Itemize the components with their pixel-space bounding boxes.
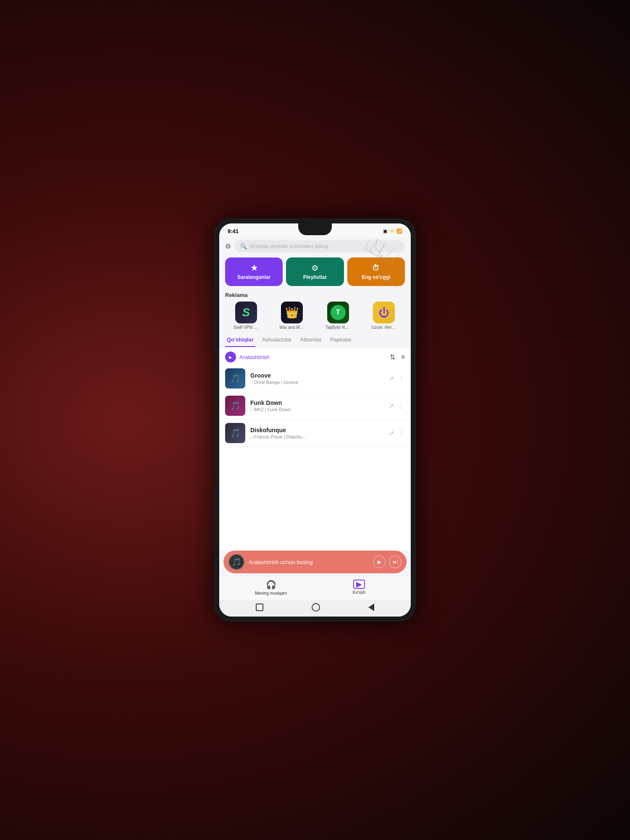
more-icon-groove[interactable]: ⋮ bbox=[398, 375, 405, 383]
star-icon: ★ bbox=[251, 263, 257, 273]
search-placeholder: Qo'shiqlar, pleylistlar va ijrochilarni … bbox=[249, 244, 328, 249]
video-icon: ▶ bbox=[353, 580, 365, 589]
file-icon-2: □ bbox=[250, 407, 253, 412]
song-info-funk: Funk Down □ MK2 | Funk Down bbox=[250, 399, 383, 412]
nav-label-mening: Mening musiqam bbox=[255, 591, 287, 596]
sort-icons: ⇅ ≡ bbox=[390, 353, 405, 361]
category-engsonggi-label: Eng so'nggi bbox=[362, 274, 390, 280]
now-playing-avatar: 🎵 bbox=[228, 554, 244, 570]
tapbyte-icon: T bbox=[327, 302, 349, 323]
category-engsonggi[interactable]: ⏱ Eng so'nggi bbox=[347, 257, 405, 286]
bottom-nav: 🎧 Mening musiqam ▶ Ko'rish bbox=[219, 576, 411, 600]
song-title-funk: Funk Down bbox=[250, 399, 383, 406]
share-icon-disko[interactable]: ↗ bbox=[388, 429, 394, 437]
recent-apps-button[interactable] bbox=[256, 604, 263, 611]
song-artist-funk: □ MK2 | Funk Down bbox=[250, 407, 383, 412]
now-playing-title: Aralashtirish uchun bosing bbox=[249, 559, 369, 565]
phone-screen: 9:41 ▣⚡📶 ⚙ 🔍 Qo'shiqlar, pleylistlar va … bbox=[219, 223, 411, 617]
now-playing-bar[interactable]: 🎵 Aralashtirish uchun bosing ▶ ⏭ bbox=[223, 551, 407, 573]
nav-label-korish: Ko'rish bbox=[353, 590, 365, 595]
file-icon: □ bbox=[250, 380, 253, 385]
ad-app-vpn[interactable]: S Swift VPN: Se... bbox=[225, 302, 267, 330]
share-icon-groove[interactable]: ↗ bbox=[388, 375, 394, 383]
song-item-disko[interactable]: 🎵 Diskofunque □ Francis Preve | Diskofu.… bbox=[219, 420, 411, 447]
category-saralangan-label: Saralanganlar bbox=[237, 274, 270, 280]
uzum-app-name: Uzum: Интерн... bbox=[371, 325, 396, 330]
list-view-icon[interactable]: ≡ bbox=[401, 353, 405, 361]
nav-mening-musiqam[interactable]: 🎧 Mening musiqam bbox=[228, 580, 314, 596]
screen-content: ⚙ 🔍 Qo'shiqlar, pleylistlar va ijrochila… bbox=[219, 237, 411, 617]
play-icon: ▶ bbox=[378, 559, 381, 565]
phone-frame: 9:41 ▣⚡📶 ⚙ 🔍 Qo'shiqlar, pleylistlar va … bbox=[214, 218, 416, 622]
song-thumb-disko: 🎵 bbox=[225, 423, 245, 443]
nav-korish[interactable]: ▶ Ko'rish bbox=[316, 580, 402, 596]
war-app-name: War and Magi... bbox=[279, 325, 304, 330]
song-artist-groove: □ Drew Banga | Groove bbox=[250, 380, 383, 385]
category-pleylist-label: Pleylistlar bbox=[303, 274, 327, 280]
back-button[interactable] bbox=[368, 604, 374, 611]
tab-albomlar[interactable]: Albomlar bbox=[299, 333, 323, 347]
headphones-icon: 🎧 bbox=[266, 580, 276, 590]
notch bbox=[298, 223, 332, 235]
song-item-funk[interactable]: 🎵 Funk Down □ MK2 | Funk Down ↗ ⋮ bbox=[219, 392, 411, 420]
ad-app-uzum[interactable]: ⏻ Uzum: Интерн... bbox=[363, 302, 405, 330]
song-info-disko: Diskofunque □ Francis Preve | Diskofu... bbox=[250, 427, 383, 439]
play-button[interactable]: ▶ bbox=[373, 556, 386, 568]
playlist-icon: ⊙ bbox=[312, 263, 318, 273]
vpn-app-name: Swift VPN: Se... bbox=[234, 325, 259, 330]
song-actions-funk: ↗ ⋮ bbox=[388, 402, 405, 410]
category-saralangan[interactable]: ★ Saralanganlar bbox=[225, 257, 283, 286]
song-artist-disko: □ Francis Preve | Diskofu... bbox=[250, 434, 383, 439]
tapbyte-app-name: TapByte Net P... bbox=[326, 325, 351, 330]
share-icon-funk[interactable]: ↗ bbox=[388, 402, 394, 410]
ad-app-war[interactable]: 👑 War and Magi... bbox=[271, 302, 313, 330]
filter-icon[interactable]: ⚙ bbox=[225, 242, 231, 250]
home-button[interactable] bbox=[312, 603, 320, 612]
shuffle-button[interactable]: ▶ Aralashtirish bbox=[225, 352, 270, 362]
status-time: 9:41 bbox=[228, 228, 239, 234]
songs-section: ▶ Aralashtirish ⇅ ≡ 🎵 Groove □ bbox=[219, 347, 411, 551]
song-actions-groove: ↗ ⋮ bbox=[388, 375, 405, 383]
file-icon-3: □ bbox=[250, 435, 253, 439]
reklama-section: Reklama S Swift VPN: Se... 👑 Wa bbox=[219, 290, 411, 333]
ad-apps: S Swift VPN: Se... 👑 War and Magi... bbox=[225, 302, 405, 330]
tab-ashulachilar[interactable]: Ashulachilar bbox=[260, 333, 294, 347]
song-title-disko: Diskofunque bbox=[250, 427, 383, 433]
reklama-title: Reklama bbox=[225, 292, 405, 298]
tab-papkalar[interactable]: Papkalar bbox=[328, 333, 353, 347]
shuffle-play-icon: ▶ bbox=[225, 352, 236, 362]
uzum-icon: ⏻ bbox=[373, 302, 395, 323]
sort-icon[interactable]: ⇅ bbox=[390, 353, 395, 361]
more-icon-funk[interactable]: ⋮ bbox=[398, 402, 405, 410]
ad-app-tapbyte[interactable]: T TapByte Net P... bbox=[317, 302, 359, 330]
song-item-groove[interactable]: 🎵 Groove □ Drew Banga | Groove ↗ ⋮ bbox=[219, 365, 411, 392]
system-nav bbox=[219, 600, 411, 617]
song-title-groove: Groove bbox=[250, 372, 383, 379]
song-actions-disko: ↗ ⋮ bbox=[388, 429, 405, 437]
next-button[interactable]: ⏭ bbox=[389, 556, 402, 568]
status-icons: ▣⚡📶 bbox=[383, 228, 402, 234]
next-icon: ⏭ bbox=[393, 559, 398, 565]
now-playing-controls: ▶ ⏭ bbox=[373, 556, 402, 568]
song-thumb-funk: 🎵 bbox=[225, 396, 245, 416]
search-bar: ⚙ 🔍 Qo'shiqlar, pleylistlar va ijrochila… bbox=[219, 237, 411, 256]
tabs-row: Qo'shiqlar Ashulachilar Albomlar Papkala… bbox=[219, 333, 411, 347]
song-info-groove: Groove □ Drew Banga | Groove bbox=[250, 372, 383, 385]
more-icon-disko[interactable]: ⋮ bbox=[398, 429, 405, 437]
category-cards: ★ Saralanganlar ⊙ Pleylistlar ⏱ Eng so'n… bbox=[219, 256, 411, 290]
search-input[interactable]: 🔍 Qo'shiqlar, pleylistlar va ijrochilarn… bbox=[234, 240, 405, 252]
category-pleylist[interactable]: ⊙ Pleylistlar bbox=[286, 257, 344, 286]
clock-icon: ⏱ bbox=[372, 264, 380, 273]
song-thumb-groove: 🎵 bbox=[225, 368, 245, 388]
songs-header: ▶ Aralashtirish ⇅ ≡ bbox=[219, 347, 411, 365]
vpn-icon: S bbox=[235, 302, 257, 323]
shuffle-label: Aralashtirish bbox=[239, 354, 270, 360]
tab-qoshiqlar[interactable]: Qo'shiqlar bbox=[225, 333, 255, 347]
war-icon: 👑 bbox=[281, 302, 303, 323]
